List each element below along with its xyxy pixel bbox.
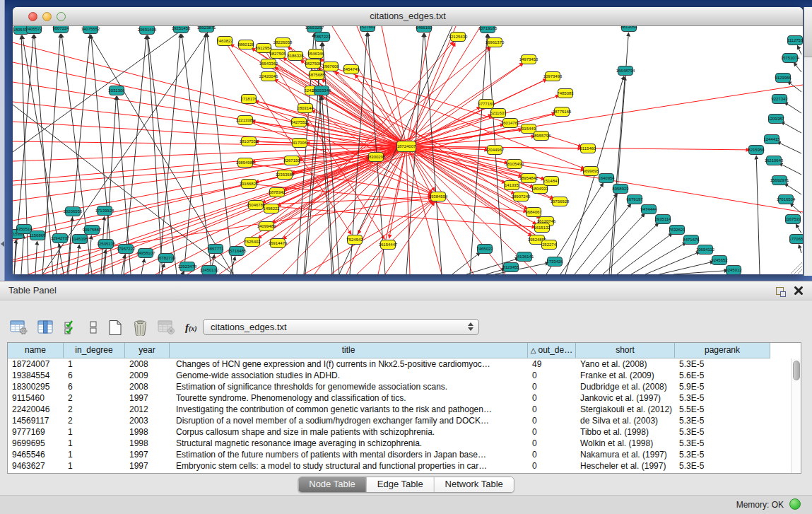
graph-node[interactable]: 1112753 (787, 36, 803, 45)
graph-node[interactable]: 2803144 (297, 104, 314, 113)
graph-node[interactable]: 12505135 (97, 240, 116, 249)
table-row[interactable]: 911546021997Tourette syndrome. Phenomeno… (8, 392, 801, 404)
graph-node[interactable]: 9607224 (52, 26, 69, 33)
graph-node[interactable]: 20691406 (138, 26, 157, 35)
network-window-titlebar[interactable]: citations_edges.txt (13, 7, 803, 26)
graph-node[interactable]: 19384554 (429, 192, 448, 201)
close-panel-icon[interactable] (794, 286, 804, 296)
graph-node[interactable]: 2405572 (25, 26, 42, 34)
graph-node[interactable]: 417006 (293, 139, 307, 148)
table-row[interactable]: 2242004622012Investigating the contribut… (8, 404, 801, 415)
graph-node[interactable]: 28226058 (273, 38, 293, 47)
graph-node[interactable]: 1145195 (72, 235, 89, 244)
graph-node[interactable]: 12213389 (236, 116, 255, 125)
graph-node[interactable]: 19756928 (551, 197, 570, 206)
graph-node[interactable]: 10654112 (696, 245, 715, 255)
graph-node[interactable]: 915449 (522, 124, 536, 134)
graph-node[interactable]: 16210643 (765, 156, 784, 165)
graph-node[interactable]: 9129966 (775, 74, 792, 83)
graph-node[interactable]: 10653257 (305, 26, 324, 33)
show-columns-icon[interactable] (37, 320, 54, 335)
graph-node[interactable]: 8215958 (748, 146, 765, 155)
graph-node[interactable]: 1733426 (546, 257, 563, 267)
graph-node[interactable]: 9827505 (269, 49, 286, 59)
table-row[interactable]: 1456911722003Disruption of a novel membe… (8, 415, 801, 426)
table-row[interactable]: 969969511998Structural magnetic resonanc… (8, 438, 801, 449)
graph-node[interactable]: 14958107 (136, 249, 155, 258)
graph-node[interactable]: 1514847 (543, 177, 560, 186)
column-header-indegree[interactable]: in_degree (64, 343, 125, 358)
graph-node[interactable]: 5211637 (490, 109, 507, 118)
graph-node[interactable]: 17957222 (117, 245, 136, 254)
graph-node[interactable]: 9699695 (582, 167, 599, 176)
graph-node[interactable]: 18107552 (240, 137, 259, 146)
select-rows-icon[interactable] (64, 320, 79, 335)
graph-node[interactable]: 12942737 (51, 234, 70, 243)
graph-node[interactable]: 12923478 (178, 262, 197, 271)
graph-node[interactable]: 5875685 (308, 71, 325, 80)
graph-node[interactable]: 18955796 (532, 132, 551, 141)
graph-node[interactable]: 7485083 (557, 89, 574, 98)
graph-node[interactable]: 16961370 (486, 38, 505, 47)
graph-node[interactable]: 1209387 (767, 115, 784, 124)
graph-node[interactable]: 17016504 (777, 195, 796, 204)
graph-node[interactable]: 14136141 (515, 252, 534, 262)
citation-network-graph[interactable]: 1872400774638228860128891295428226058982… (13, 26, 803, 274)
graph-node[interactable]: 16914479 (269, 239, 288, 248)
table-row[interactable]: 1830029562008Estimation of significance … (8, 381, 801, 392)
graph-node[interactable]: 18105493 (505, 160, 524, 169)
column-header-title[interactable]: title (170, 343, 528, 358)
table-settings-icon[interactable] (10, 320, 28, 335)
graph-node[interactable]: 141335 (505, 181, 519, 190)
graph-node[interactable]: 9777169 (478, 100, 495, 109)
column-header-short[interactable]: short (576, 343, 675, 358)
graph-node[interactable]: 16014767 (501, 119, 520, 128)
tab-network-table[interactable]: Network Table (435, 477, 514, 492)
graph-node[interactable]: 12353584 (276, 170, 295, 180)
tab-node-table[interactable]: Node Table (298, 477, 367, 492)
graph-node[interactable]: 19854985 (236, 158, 255, 168)
graph-node[interactable]: 9546346 (307, 49, 324, 59)
graph-node[interactable]: 1498222 (263, 204, 280, 214)
graph-node[interactable]: 7632621 (669, 226, 686, 235)
graph-node[interactable]: 22420046 (259, 72, 278, 81)
graph-node[interactable]: 17139928 (95, 206, 114, 216)
graph-node[interactable]: 2718176 (240, 95, 257, 104)
graph-node[interactable]: 1527602 (359, 26, 376, 32)
graph-node[interactable]: 14075552 (81, 26, 100, 34)
graph-node[interactable]: 18775165 (553, 107, 572, 117)
graph-node[interactable]: 16648794 (616, 66, 635, 76)
graph-node[interactable]: 7463822 (216, 37, 233, 46)
scrollbar-thumb[interactable] (793, 361, 800, 380)
new-table-icon[interactable] (107, 320, 123, 336)
graph-node[interactable]: 12450132 (200, 266, 219, 275)
graph-node[interactable]: 5878342 (269, 188, 286, 197)
graph-node[interactable]: 18300295 (367, 153, 386, 162)
graph-node[interactable]: 90975887 (83, 226, 102, 235)
graph-node[interactable]: 1640954 (598, 174, 615, 183)
minimize-window-button[interactable] (42, 12, 52, 21)
table-row[interactable]: 946362711997Embryonic stem cells: a mode… (8, 460, 801, 472)
graph-node[interactable]: 1615132 (534, 223, 551, 233)
column-header-year[interactable]: year (125, 343, 170, 358)
table-row[interactable]: 946554611997Estimation of the future num… (8, 449, 801, 460)
canvas-resize-grip[interactable] (791, 262, 802, 274)
graph-node[interactable]: 8427552 (290, 118, 307, 127)
graph-node[interactable]: 7524542 (346, 235, 363, 245)
graph-node[interactable]: 8813054 (620, 26, 637, 32)
graph-node[interactable]: 7465023 (476, 245, 493, 254)
tab-edge-table[interactable]: Edge Table (367, 477, 435, 492)
graph-node[interactable]: 29053346 (312, 86, 331, 95)
graph-node[interactable]: 8958923 (612, 185, 629, 194)
graph-node[interactable]: 14973453 (519, 55, 539, 64)
graph-node[interactable]: 8454749 (343, 65, 360, 74)
function-builder-icon[interactable]: f(x) (185, 322, 197, 334)
graph-node[interactable]: 8123455 (502, 263, 519, 272)
graph-node[interactable]: 16782739 (157, 254, 176, 263)
graph-node[interactable]: 9827508 (305, 59, 322, 69)
graph-node[interactable]: 15751074 (781, 54, 800, 63)
graph-node[interactable]: 2935114 (655, 215, 672, 224)
graph-node[interactable]: 6466160 (416, 26, 433, 33)
column-header-pagerank[interactable]: pagerank (675, 343, 770, 358)
panel-collapse-handle[interactable] (1, 241, 4, 247)
